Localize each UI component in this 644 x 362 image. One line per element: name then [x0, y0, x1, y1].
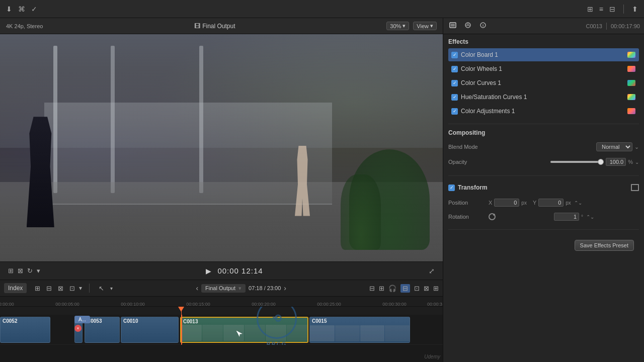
video-header: 4K 24p, Stereo 🎞 Final Output 30% ▾ View… — [0, 18, 443, 34]
opacity-thumb[interactable] — [598, 159, 604, 165]
timeline-next-btn[interactable]: › — [284, 284, 286, 292]
effect-label-color-wheels: Color Wheels 1 — [461, 65, 627, 72]
fullscreen-icon[interactable]: ⤢ — [429, 267, 435, 275]
rotation-value[interactable]: 1 — [554, 213, 579, 221]
effect-color-adj-1[interactable]: Color Adjustments 1 — [448, 105, 639, 118]
list-icon[interactable]: ≡ — [599, 5, 603, 13]
x-value[interactable]: 0 — [494, 199, 519, 207]
key-icon[interactable]: ⌘ — [18, 5, 25, 13]
rotation-dial-icon — [489, 213, 496, 220]
right-panel: i C0013 00:00:17:90 Effects Color Board … — [443, 18, 644, 362]
effect-hue-sat-1[interactable]: Hue/Saturation Curves 1 — [448, 90, 639, 104]
output-selector: 🎞 Final Output — [194, 23, 235, 30]
effect-cb-color-wheels[interactable] — [451, 66, 458, 72]
check-icon[interactable]: ✓ — [31, 5, 37, 13]
layout-icon-4[interactable]: ⊞ — [433, 285, 439, 292]
effect-cb-color-adj[interactable] — [451, 108, 458, 115]
effects-section: Effects Color Board 1 Color Wheels 1 — [443, 34, 644, 121]
clip-c0052[interactable]: C0052 — [0, 317, 50, 343]
timeline-tool-4[interactable]: ⊡ — [67, 284, 77, 293]
resolution-label: 4K 24p, Stereo — [6, 23, 43, 29]
effect-color-curves-1[interactable]: Color Curves 1 — [448, 76, 639, 89]
timeline-prev-btn[interactable]: ‹ — [196, 284, 198, 292]
timeline-tool-chevron[interactable]: ▾ — [79, 285, 82, 292]
blend-mode-select[interactable]: Normal Multiply Screen Overlay — [596, 142, 632, 151]
inspector-color-tab[interactable] — [462, 21, 473, 31]
mute-icon[interactable]: ⊟ — [369, 285, 375, 292]
position-stepper[interactable]: ⌃⌄ — [573, 200, 583, 206]
headphones-icon[interactable]: 🎧 — [388, 285, 396, 292]
layout-icon-2[interactable]: ⊡ — [414, 285, 420, 292]
layout-icon-3[interactable]: ⊠ — [424, 285, 429, 292]
opacity-stepper[interactable]: ⌄ — [635, 159, 639, 165]
blend-mode-stepper[interactable]: ⌄ — [634, 144, 639, 150]
y-value[interactable]: 0 — [538, 199, 564, 207]
effect-color-board-1[interactable]: Color Board 1 — [448, 48, 639, 61]
timeline-output-label: Final Output ▾ — [201, 284, 246, 293]
rotation-stepper[interactable]: ⌃⌄ — [585, 214, 595, 220]
tool-select-icon[interactable]: ⊞ — [8, 267, 14, 275]
timeline-tool-1[interactable]: ⊞ — [33, 284, 42, 293]
playhead[interactable] — [181, 315, 182, 344]
video-frame — [0, 34, 443, 261]
grid-icon[interactable]: ⊞ — [587, 5, 593, 13]
skip-icon[interactable]: ⊞ — [379, 285, 384, 292]
divider-effects-compositing — [448, 124, 639, 124]
annotation-close-btn[interactable]: × — [74, 325, 82, 332]
x-unit: px — [521, 200, 527, 206]
inspector-info-tab[interactable]: i — [477, 21, 489, 31]
column-3 — [199, 46, 203, 194]
effect-cb-color-board[interactable] — [451, 52, 458, 58]
effect-icon-color-adj — [627, 108, 636, 115]
zoom-dropdown[interactable]: 30% ▾ — [386, 22, 409, 30]
inspector-video-tab[interactable] — [447, 21, 458, 31]
timeline-index-tab[interactable]: Index — [4, 283, 27, 293]
tool-trim-icon[interactable]: ⊠ — [18, 267, 23, 275]
transform-section: Transform Position X 0 px Y 0 px ⌃ — [443, 179, 644, 226]
blend-mode-row: Blend Mode Normal Multiply Screen Overla… — [448, 140, 639, 153]
effect-icon-color-wheels — [627, 65, 636, 72]
timeline-header: Index ⊞ ⊟ ⊠ ⊡ ▾ ↖ ▾ ‹ Final Output ▾ 07:… — [0, 280, 443, 297]
ruler-mark-0: 00:00:00:00 — [0, 302, 14, 307]
clip-c0010[interactable]: C0010 — [121, 317, 179, 343]
x-label: X — [489, 200, 492, 206]
layout-icon-1[interactable]: ⊟ — [400, 284, 410, 293]
export-icon[interactable]: ⬆ — [632, 5, 638, 13]
effect-cb-color-curves[interactable] — [451, 80, 458, 86]
video-header-right: 30% ▾ View ▾ — [386, 22, 437, 30]
arrow-tool[interactable]: ↖ — [97, 284, 106, 293]
annotation-container: A... — [74, 316, 90, 323]
position-coords: X 0 px Y 0 px ⌃⌄ — [489, 199, 583, 207]
sliders-icon[interactable]: ⊟ — [609, 5, 615, 13]
ruler-mark-5: 00:00:25:00 — [317, 302, 341, 307]
effect-icon-color-curves — [627, 79, 636, 86]
timeline-tool-2[interactable]: ⊟ — [44, 284, 54, 293]
effect-label-color-board: Color Board 1 — [461, 51, 627, 58]
plants-2 — [341, 174, 381, 250]
y-label: Y — [533, 200, 536, 206]
compositing-title: Compositing — [448, 129, 639, 136]
rotation-row: Rotation 1 ° ⌃⌄ — [448, 210, 639, 223]
tool-blade-icon[interactable]: ↻ — [27, 267, 33, 275]
save-btn-container: Save Effects Preset — [443, 233, 644, 258]
clip-c0013[interactable]: C0013 — [180, 317, 308, 343]
clip-c0015[interactable]: C0015 — [309, 317, 410, 343]
opacity-number[interactable]: 100.0 — [606, 158, 626, 166]
effect-cb-hue-sat[interactable] — [451, 94, 458, 101]
download-icon[interactable]: ⬇ — [6, 5, 12, 13]
save-effects-preset-button[interactable]: Save Effects Preset — [575, 240, 634, 251]
arrow-chevron[interactable]: ▾ — [110, 286, 113, 291]
inspector-clip-id: C0013 — [586, 23, 602, 29]
transform-title: Transform — [458, 184, 631, 191]
top-bar-icons: ⬇ ⌘ ✓ — [6, 5, 37, 13]
transform-checkbox[interactable] — [448, 185, 455, 191]
timeline-tool-3[interactable]: ⊠ — [56, 284, 65, 293]
tool-chevron-icon[interactable]: ▾ — [37, 267, 40, 275]
view-dropdown[interactable]: View ▾ — [413, 22, 437, 30]
ruler-mark-7: 00:00:3 — [427, 302, 442, 307]
opacity-slider[interactable] — [550, 161, 601, 163]
play-button[interactable]: ▶ — [206, 267, 211, 275]
effect-color-wheels-1[interactable]: Color Wheels 1 — [448, 62, 639, 75]
opacity-unit: % — [628, 159, 633, 165]
top-bar-right: ⊞ ≡ ⊟ ⬆ — [587, 5, 638, 14]
